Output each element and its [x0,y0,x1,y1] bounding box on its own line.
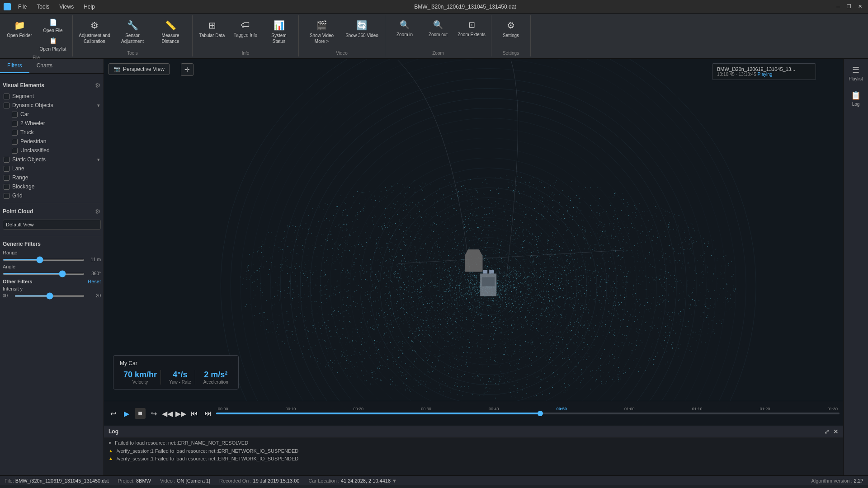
log-title: Log [108,428,118,435]
range-filter-checkbox[interactable] [4,175,9,181]
static-objects-collapse-icon[interactable]: ▾ [97,157,100,163]
video-icon: 🎬 [316,20,327,31]
window-controls: ─ ❐ ✕ [834,2,864,11]
acceleration-label: Acceleration [203,380,228,385]
restore-button[interactable]: ❐ [844,2,854,11]
blockage-checkbox[interactable] [4,184,9,190]
segment-checkbox[interactable] [4,94,9,99]
pedestrian-checkbox[interactable] [12,139,18,145]
grid-checkbox[interactable] [4,193,9,199]
log-sidebar-btn[interactable]: 📋 Log [844,88,868,109]
play-button[interactable]: ▶ [121,408,132,419]
panel-content: Visual Elements ⚙ Segment Dynamic Object… [0,74,104,475]
tabular-data-button[interactable]: ⊞ Tabular Data [196,17,228,49]
log-close-icon[interactable]: ✕ [833,428,839,435]
zoom-in-button[interactable]: 🔍 Zoom in [389,17,420,49]
zoom-extents-button[interactable]: ⊡ Zoom Extents [456,17,487,49]
filter-grid[interactable]: Grid [3,191,101,200]
lane-checkbox[interactable] [4,166,9,172]
rewind-button[interactable]: ◀◀ [162,408,173,419]
perspective-view-button[interactable]: 📷 Perspective View [108,63,170,75]
adjustment-button[interactable]: ⚙ Adjustment and Calibration [76,17,113,49]
time-00-20: 00:20 [354,407,364,411]
tab-charts[interactable]: Charts [29,59,60,73]
next-button[interactable]: ⏭ [203,408,213,419]
filter-blockage[interactable]: Blockage [3,182,101,191]
log-text-2: /verify_session:1 Failed to load resourc… [117,455,298,463]
statusbar-recorded: Recorded On : 19 Jul 2019 15:13:00 [219,478,299,483]
settings-button[interactable]: ⚙ Settings [495,17,527,49]
tag-icon: 🏷 [241,20,250,30]
range-slider[interactable] [3,259,85,261]
open-folder-button[interactable]: 📁 Open Folder [4,17,35,49]
dynamic-objects-checkbox[interactable] [4,103,9,108]
timeline[interactable]: 00:00 00:10 00:20 00:30 00:40 00:50 01:0… [216,407,840,420]
dynamic-objects-collapse-icon[interactable]: ▾ [97,103,100,108]
menu-views[interactable]: Views [57,3,75,11]
fastfwd-button[interactable]: ▶▶ [175,408,186,419]
filter-dynamic-objects[interactable]: Dynamic Objects ▾ [3,101,101,110]
crosshair-button[interactable]: ✛ [181,63,193,76]
tab-filters[interactable]: Filters [0,59,29,73]
filter-segment[interactable]: Segment [3,92,101,101]
filter-truck[interactable]: Truck [3,128,101,137]
point-cloud-gear-icon[interactable]: ⚙ [95,208,101,215]
open-file-button[interactable]: 📄 Open File [37,17,69,35]
log-expand-icon[interactable]: ⤢ [824,428,830,435]
close-button[interactable]: ✕ [855,2,864,11]
toolbar-group-settings: ⚙ Settings Settings [491,15,531,56]
tagged-info-label: Tagged Info [234,32,257,38]
open-playlist-button[interactable]: 📋 Open Playlist [37,36,69,53]
system-status-label: System Status [265,33,293,44]
menu-help[interactable]: Help [82,3,97,11]
zoom-out-button[interactable]: 🔍 Zoom out [422,17,454,49]
filter-lane[interactable]: Lane [3,164,101,173]
stop-button[interactable]: ■ [135,408,146,419]
unclassified-label: Unclassified [20,147,50,154]
filter-unclassified[interactable]: Unclassified [3,146,101,155]
file-info-time: 13:10:45 - 13:13:45 [717,72,756,77]
filter-car[interactable]: Car [3,110,101,119]
location-dropdown-icon[interactable]: ▼ [392,478,397,483]
filter-static-objects[interactable]: Static Objects ▾ [3,155,101,164]
car-checkbox[interactable] [12,112,18,117]
measure-dist-button[interactable]: 📏 Measure Distance [152,17,189,49]
velocity-metric: 70 km/hr Velocity [120,370,161,385]
filter-pedestrian[interactable]: Pedestrian [3,137,101,146]
system-status-button[interactable]: 📊 System Status [263,17,295,49]
unclassified-checkbox[interactable] [12,148,18,154]
viewport[interactable]: 📷 Perspective View ✛ BMW_i320n_120619_13… [104,59,843,426]
filter-two-wheeler[interactable]: 2 Wheeler [3,119,101,128]
loop-back-button[interactable]: ↩ [108,408,118,419]
info-group-label: Info [242,51,250,56]
intensity-slider[interactable] [14,295,85,297]
statusbar-recorded-val: 19 Jul 2019 15:13:00 [253,478,300,483]
measure-dist-label: Measure Distance [154,33,187,44]
file-icon: 📄 [49,19,57,26]
timeline-track[interactable] [216,413,840,414]
timeline-handle[interactable] [538,411,543,416]
file-info-status: Playing [758,72,773,77]
sensor-adj-button[interactable]: 🔧 Sensor Adjustment [114,17,151,49]
static-objects-checkbox[interactable] [4,157,9,163]
tagged-info-button[interactable]: 🏷 Tagged Info [230,17,261,49]
loop-fwd-button[interactable]: ↪ [148,408,159,419]
truck-checkbox[interactable] [12,130,18,136]
prev-button[interactable]: ⏮ [189,408,200,419]
zoom-out-icon: 🔍 [433,20,443,30]
visual-elements-gear-icon[interactable]: ⚙ [95,82,101,89]
reset-button[interactable]: Reset [88,279,101,284]
minimize-button[interactable]: ─ [834,2,843,11]
menu-file[interactable]: File [16,3,28,11]
two-wheeler-checkbox[interactable] [12,121,18,127]
view-mode-select[interactable]: Default View Intensity Height Return [3,220,101,230]
menu-tools[interactable]: Tools [35,3,51,11]
angle-display-val: 360° [87,271,101,276]
show-video-button[interactable]: 🎬 Show Video More > [302,17,341,49]
filter-range[interactable]: Range [3,173,101,182]
playlist-sidebar-btn[interactable]: ☰ Playlist [844,62,868,84]
statusbar-video-val: ON [Camera 1] [177,478,210,483]
show-360-button[interactable]: 🔄 Show 360 Video [343,17,381,49]
angle-slider[interactable] [3,273,85,275]
tabular-label: Tabular Data [199,33,225,38]
